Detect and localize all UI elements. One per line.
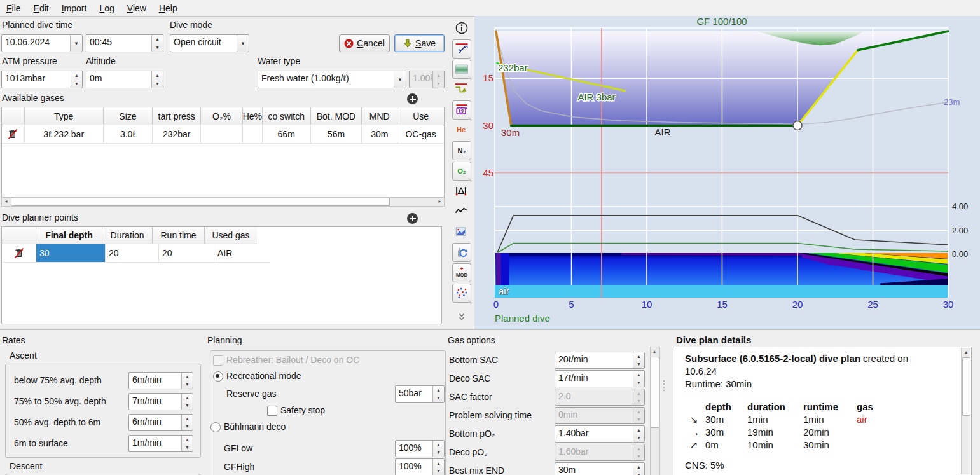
gas-bot-mod-cell[interactable]: 56m	[311, 125, 362, 144]
column-header[interactable]	[2, 107, 25, 125]
deco-sac-spinner[interactable]: 17ℓ/min ▲▼	[555, 370, 645, 387]
dive-profile-chart[interactable]: 1530450510152025304.002.000.00GF 100/100…	[474, 16, 980, 330]
gas-options-vscrollbar[interactable]: ▴	[650, 347, 660, 475]
menu-file[interactable]: File	[0, 1, 27, 15]
column-header-deco-switch[interactable]: co switch	[263, 107, 311, 125]
dive-point-handle[interactable]	[793, 121, 802, 130]
spinner-arrows[interactable]: ▲▼	[633, 463, 644, 475]
add-point-button[interactable]	[407, 213, 418, 224]
spinner-arrows[interactable]: ▲▼	[633, 371, 644, 387]
spinner-arrows[interactable]: ▲▼	[181, 394, 193, 410]
spinner-arrows[interactable]: ▲▼	[151, 35, 163, 52]
toolbar-he-button[interactable]: He	[452, 121, 470, 139]
column-header-final-depth[interactable]: Final depth	[36, 227, 102, 244]
atm-pressure-spinner[interactable]: 1013mbar ▲▼	[1, 71, 83, 88]
bottom-po2-spinner[interactable]: 1.40bar ▲▼	[555, 425, 645, 443]
toolbar-heart-rate-button[interactable]	[452, 202, 470, 220]
cancel-button[interactable]: Cancel	[339, 34, 390, 52]
column-header-o2[interactable]: O₂%	[201, 107, 243, 125]
chevron-down-icon[interactable]: ▾	[70, 35, 82, 52]
column-header-duration[interactable]: Duration	[102, 227, 153, 244]
spinner-arrows[interactable]: ▲▼	[432, 386, 444, 402]
dive-mode-select[interactable]: Open circuit ▾	[170, 34, 249, 52]
spinner-arrows[interactable]: ▲▼	[432, 441, 444, 457]
point-gas-cell[interactable]: AIR	[214, 244, 270, 263]
menu-help[interactable]: Help	[153, 1, 184, 15]
scroll-up-icon[interactable]: ▴	[651, 347, 658, 355]
safety-stop-checkbox[interactable]	[267, 406, 277, 416]
altitude-spinner[interactable]: 0m ▲▼	[86, 71, 163, 88]
trash-icon[interactable]	[8, 128, 18, 140]
toolbar-particles-button[interactable]	[452, 284, 471, 303]
save-button[interactable]: Save	[394, 34, 445, 52]
gas-mnd-cell[interactable]: 30m	[362, 125, 397, 144]
info-button[interactable]	[453, 19, 471, 37]
delete-gas-cell[interactable]	[2, 125, 25, 144]
gases-hscrollbar[interactable]: ◂ ▸	[1, 197, 445, 207]
reserve-gas-spinner[interactable]: 50bar ▲▼	[395, 385, 445, 403]
column-header-start-press[interactable]: tart press	[153, 107, 201, 125]
chevron-down-icon[interactable]: ▾	[394, 71, 406, 88]
column-header-size[interactable]: Size	[104, 107, 153, 125]
scroll-left-icon[interactable]: ◂	[2, 198, 10, 205]
spinner-arrows[interactable]: ▲▼	[151, 71, 163, 88]
toolbar-mod-button[interactable]: +MOD	[452, 263, 471, 282]
spinner-arrows[interactable]: ▲▼	[633, 352, 644, 368]
column-header-used-gas[interactable]: Used gas	[205, 227, 257, 244]
column-header[interactable]	[2, 227, 36, 244]
menu-edit[interactable]: Edit	[27, 1, 55, 15]
trash-icon[interactable]	[14, 247, 24, 259]
menu-view[interactable]: View	[121, 1, 153, 15]
spinner-arrows[interactable]: ▲▼	[71, 71, 82, 88]
gas-he-cell[interactable]	[243, 125, 263, 144]
spinner-arrows[interactable]: ▲▼	[181, 436, 193, 451]
gas-type-cell[interactable]: 3ℓ 232 bar	[25, 125, 104, 144]
rate-below75-spinner[interactable]: 6m/min ▲▼	[128, 372, 193, 389]
gas-use-cell[interactable]: OC-gas	[397, 125, 444, 144]
toolbar-dive-mode-button[interactable]	[452, 39, 471, 59]
date-picker[interactable]: 10.06.2024 ▾	[1, 34, 83, 52]
toolbar-n2-button[interactable]: N₂	[452, 141, 471, 160]
time-spinner[interactable]: 00:45 ▲▼	[86, 34, 163, 52]
recreational-radio[interactable]	[213, 371, 223, 382]
toolbar-o2-button[interactable]: O₂	[452, 162, 471, 181]
rate-75to50-spinner[interactable]: 7m/min ▲▼	[128, 393, 193, 410]
plan-details-box[interactable]: Subsurface (6.0.5165-2-local) dive plan …	[673, 347, 972, 475]
gfhigh-spinner[interactable]: 100% ▲▼	[395, 458, 445, 475]
gas-switch-cell[interactable]: 66m	[263, 125, 311, 144]
menu-log[interactable]: Log	[93, 1, 120, 15]
column-header-bot-mod[interactable]: Bot. MOD	[311, 107, 362, 125]
point-duration-cell[interactable]: 20	[106, 244, 159, 263]
water-type-select[interactable]: Fresh water (1.00kg/ℓ) ▾	[258, 71, 406, 88]
gflow-spinner[interactable]: 100% ▲▼	[395, 440, 445, 457]
splitter-handle[interactable]	[663, 380, 665, 391]
add-gas-button[interactable]	[407, 93, 418, 104]
point-runtime-cell[interactable]: 20	[159, 244, 214, 263]
scroll-right-icon[interactable]: ▸	[436, 198, 444, 205]
spinner-arrows[interactable]: ▲▼	[181, 415, 193, 430]
toolbar-photos-button[interactable]	[452, 223, 470, 240]
spinner-arrows[interactable]: ▲▼	[633, 426, 644, 442]
buhlmann-radio[interactable]	[210, 422, 221, 432]
gas-table-row[interactable]: 3ℓ 232 bar 3.0ℓ 232bar 66m 56m 30m OC-ga…	[2, 125, 444, 144]
plan-details-vscrollbar[interactable]: ▴	[961, 348, 970, 474]
scroll-up-icon[interactable]: ▴	[962, 348, 970, 356]
best-mix-end-spinner[interactable]: 30m ▲▼	[555, 462, 645, 475]
toolbar-tts-button[interactable]	[452, 100, 471, 120]
column-header-type[interactable]: Type	[25, 107, 104, 125]
point-table-row[interactable]: 30 20 20 AIR	[2, 244, 441, 263]
chevron-down-icon[interactable]: ▾	[237, 35, 249, 52]
column-header-run-time[interactable]: Run time	[153, 227, 205, 244]
column-header-use[interactable]: Use	[397, 107, 444, 125]
rate-50to6-spinner[interactable]: 6m/min ▲▼	[128, 414, 193, 431]
scrollbar-thumb[interactable]	[962, 357, 970, 416]
scrollbar-thumb[interactable]	[651, 357, 659, 428]
toolbar-ruler-button[interactable]	[452, 182, 470, 200]
column-header-he[interactable]: He%	[243, 107, 263, 125]
gas-o2-cell[interactable]	[201, 125, 243, 144]
toolbar-tank-bar-button[interactable]	[452, 243, 471, 262]
delete-point-cell[interactable]	[2, 244, 36, 263]
spinner-arrows[interactable]: ▲▼	[432, 459, 444, 475]
spinner-arrows[interactable]: ▲▼	[181, 373, 193, 389]
collapse-toolbar-button[interactable]	[453, 312, 471, 323]
